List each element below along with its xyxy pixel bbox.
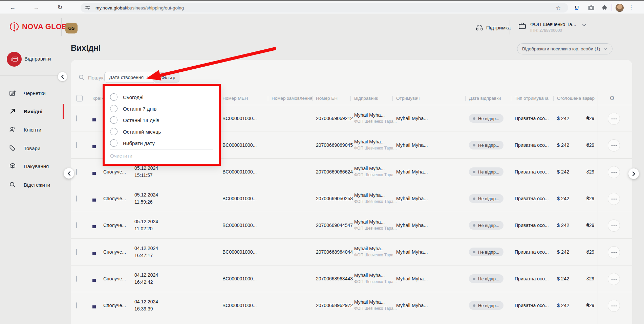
en-number-cell: 20700668964044 <box>316 249 353 255</box>
sidebar-item-goods[interactable]: Товари <box>0 141 64 156</box>
table-row[interactable]: Сполуче... 04.12.202416:42:42 BC00000100… <box>71 265 632 292</box>
display-filter-label: Відображати посилки з юр. особи (1) <box>522 46 600 51</box>
date-filter-option[interactable]: Сьогодні <box>110 91 144 103</box>
display-filter-dropdown[interactable]: Відображати посилки з юр. особи (1) <box>517 43 613 54</box>
column-header-cost[interactable]: Вар <box>586 91 597 105</box>
date-filter-option[interactable]: Останні 14 днів <box>110 114 159 126</box>
row-checkbox[interactable] <box>76 142 77 148</box>
column-header-ship-date[interactable]: Дата відправки <box>469 91 501 105</box>
column-header-order[interactable]: Номер замовлення <box>272 91 312 105</box>
date-created-filter[interactable]: Дата створення <box>104 72 155 83</box>
date-filter-option[interactable]: Останній місяць <box>110 126 161 137</box>
extension-divider <box>611 4 612 11</box>
radio-icon[interactable] <box>110 128 117 135</box>
extensions-puzzle-icon[interactable] <box>601 4 608 13</box>
clear-filter-link[interactable]: Очистити <box>110 153 132 159</box>
recipient-type-cell: Приватна осо... <box>515 142 549 148</box>
sidebar-item-packaging[interactable]: Пакування <box>0 159 64 173</box>
en-number-cell: 20700669044547 <box>316 223 353 228</box>
date-filter-option[interactable]: Останні 7 днів <box>110 103 156 114</box>
site-info-icon[interactable] <box>85 6 90 10</box>
men-number-cell: BC000001000... <box>222 169 257 175</box>
row-actions-button[interactable] <box>608 139 620 152</box>
sidebar-item-clients[interactable]: Клієнти <box>0 122 64 137</box>
sidebar: Відправити Чернетки Вихідні Клієнти Това… <box>0 41 64 324</box>
account-menu[interactable]: ФОП Шевченко Та... ІПН: 2788700000 <box>518 22 586 33</box>
active-indicator <box>63 104 64 119</box>
column-header-men[interactable]: Номер МЕН <box>222 91 248 105</box>
url-text[interactable]: my.nova.global/business/shipping/out-goi… <box>95 5 184 10</box>
status-badge: Не відпр... <box>469 114 503 123</box>
date-filter-dropdown-panel: Сьогодні Останні 7 днів Останні 14 днів … <box>103 84 221 166</box>
search-input[interactable]: Пошук <box>88 75 103 80</box>
radio-icon[interactable] <box>110 116 117 124</box>
row-checkbox[interactable] <box>76 195 77 202</box>
receiver-cell: Myhail Myha... <box>396 142 428 148</box>
send-parcel-button[interactable] <box>7 52 22 67</box>
radio-icon[interactable] <box>110 139 117 147</box>
row-checkbox[interactable] <box>76 169 77 175</box>
camera-extension-icon[interactable] <box>588 4 595 13</box>
select-all-checkbox[interactable] <box>76 95 83 101</box>
browser-back-icon[interactable]: ← <box>7 2 18 13</box>
receiver-cell: Myhail Myha... <box>396 249 428 255</box>
row-actions-button[interactable] <box>608 273 620 285</box>
row-actions-button[interactable] <box>608 219 620 232</box>
lt-extension-icon[interactable]: LT <box>575 5 579 10</box>
sidebar-item-track[interactable]: Відстежити <box>0 177 64 192</box>
radio-icon[interactable] <box>110 105 117 112</box>
row-checkbox[interactable] <box>76 115 77 121</box>
support-button[interactable]: Підтримка <box>476 24 511 31</box>
table-row[interactable]: Сполуче... 05.12.202411:02:20 BC00000100… <box>71 212 632 238</box>
recipient-type-cell: Приватна осо... <box>515 276 549 281</box>
table-scroll-left-button[interactable] <box>64 168 74 179</box>
receiver-cell: Myhail Myha... <box>396 196 428 201</box>
browser-profile-avatar[interactable] <box>616 4 624 12</box>
filter-button[interactable]: + Фільтр <box>153 72 179 83</box>
created-date-cell: 05.12.202411:59:26 <box>134 191 158 206</box>
status-badge: Не відпр... <box>469 194 503 203</box>
row-actions-button[interactable] <box>608 246 620 258</box>
row-checkbox[interactable] <box>76 222 77 228</box>
bookmark-star-icon[interactable]: ☆ <box>556 5 561 11</box>
column-header-receiver[interactable]: Отримувач <box>396 91 420 105</box>
table-row[interactable]: Сполуче... 04.12.202416:39:39 BC00000100… <box>71 292 632 319</box>
column-header-recipient-type[interactable]: Тип отримувача <box>515 91 549 105</box>
sidebar-item-drafts[interactable]: Чернетки <box>0 86 64 100</box>
cost-cell: ₴29 <box>586 249 598 255</box>
row-actions-button[interactable] <box>608 300 620 312</box>
status-badge: Не відпр... <box>469 301 503 310</box>
date-filter-option[interactable]: Вибрати дату <box>110 137 155 149</box>
briefcase-icon <box>518 22 527 30</box>
browser-reload-icon[interactable]: ↻ <box>55 2 65 13</box>
column-header-en[interactable]: Номер ЕН <box>316 91 338 105</box>
row-actions-button[interactable] <box>608 113 620 125</box>
gs-badge[interactable]: GS <box>65 23 78 33</box>
country-cell: Сполуче... <box>103 196 126 201</box>
browser-forward-icon[interactable]: → <box>31 2 41 13</box>
box-icon <box>9 162 16 170</box>
table-row[interactable]: Сполуче... 04.12.202416:47:17 BC00000100… <box>71 238 632 265</box>
country-cell: Сполуче... <box>103 223 126 228</box>
men-number-cell: BC000001000... <box>222 223 257 228</box>
table-row[interactable]: Сполуче... 05.12.202411:59:26 BC00000100… <box>71 185 632 212</box>
sidebar-collapse-button[interactable] <box>58 72 67 81</box>
radio-icon[interactable] <box>110 93 117 101</box>
row-actions-button[interactable] <box>608 166 620 178</box>
sender-cell: Myhail Myha...ФОП Шевченко Тара... <box>354 272 397 285</box>
row-checkbox[interactable] <box>76 249 77 255</box>
sidebar-item-outgoing[interactable]: Вихідні <box>0 104 64 119</box>
table-scroll-right-button[interactable] <box>628 168 639 179</box>
browser-menu-icon[interactable]: ⋮ <box>628 4 634 10</box>
status-badge: Не відпр... <box>469 141 503 149</box>
table-settings-gear-icon[interactable]: ⚙ <box>609 91 615 105</box>
status-badge: Не відпр... <box>469 221 503 230</box>
declared-value-cell: $ 242 <box>557 303 569 308</box>
row-checkbox[interactable] <box>76 302 77 308</box>
filter-button-label: + Фільтр <box>157 75 175 80</box>
recipient-type-cell: Приватна осо... <box>515 169 549 175</box>
address-bar[interactable]: my.nova.global/business/shipping/out-goi… <box>81 3 568 13</box>
column-header-sender[interactable]: Відправник <box>354 91 378 105</box>
row-checkbox[interactable] <box>76 276 77 282</box>
row-actions-button[interactable] <box>608 193 620 205</box>
